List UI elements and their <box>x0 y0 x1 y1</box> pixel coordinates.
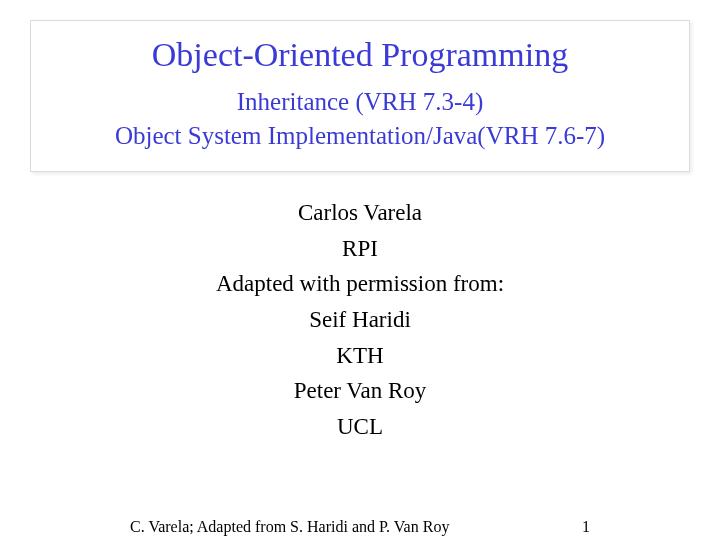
footer-credit: C. Varela; Adapted from S. Haridi and P.… <box>130 518 449 536</box>
author-name: Carlos Varela <box>0 195 720 231</box>
contributor-1-name: Seif Haridi <box>0 302 720 338</box>
contributor-1-affiliation: KTH <box>0 338 720 374</box>
body-text: Carlos Varela RPI Adapted with permissio… <box>0 195 720 444</box>
title-box: Object-Oriented Programming Inheritance … <box>30 20 690 172</box>
contributor-2-affiliation: UCL <box>0 409 720 445</box>
slide-title: Object-Oriented Programming <box>51 33 669 77</box>
adapted-label: Adapted with permission from: <box>0 266 720 302</box>
slide-subtitle-1: Inheritance (VRH 7.3-4) <box>51 85 669 119</box>
author-affiliation-1: RPI <box>0 231 720 267</box>
slide-subtitle-2: Object System Implementation/Java(VRH 7.… <box>51 119 669 153</box>
contributor-2-name: Peter Van Roy <box>0 373 720 409</box>
page-number: 1 <box>582 518 590 536</box>
